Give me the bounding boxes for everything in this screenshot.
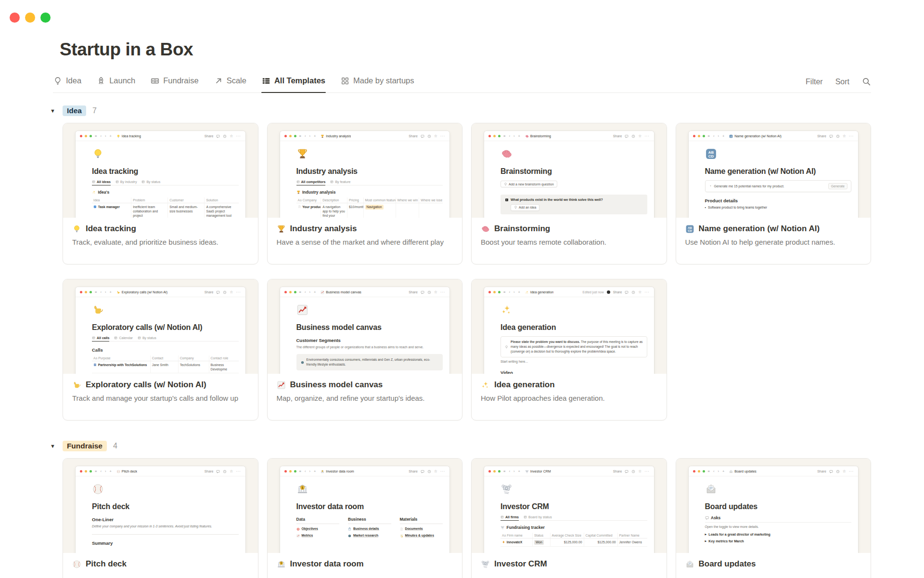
template-card-industry-analysis[interactable]: ≡‹›+Industry analysisShare☆···Industry a… <box>267 123 463 264</box>
forward-icon: › <box>309 134 310 138</box>
template-card-investor-crm[interactable]: ≡‹›+Investor CRMShare☆···Investor CRMAll… <box>471 458 667 578</box>
preview-view-tabs: All callsCalendarBy status <box>92 336 239 342</box>
trophy-icon <box>321 134 324 138</box>
board-line-icon <box>92 336 95 340</box>
template-card-business-model-canvas[interactable]: ≡‹›+Business model canvasShare☆···Busine… <box>267 279 463 420</box>
menu-icon: ≡ <box>299 290 301 294</box>
mini-toolbar: ≡‹›+ABCDName generation (w/ Notion AI)Sh… <box>689 131 859 141</box>
card-description: Track and manage your startup's calls an… <box>72 394 249 402</box>
template-card-pitch-deck[interactable]: ≡‹›+Pitch deckShare☆···Pitch deckOne-Lin… <box>63 458 258 578</box>
callme-icon <box>72 381 81 390</box>
sort-button[interactable]: Sort <box>835 78 849 86</box>
moneywings-icon <box>525 470 529 473</box>
new-tab-icon: + <box>722 134 724 138</box>
filter-button[interactable]: Filter <box>806 78 823 86</box>
mini-page-body: Industry analysisAll competitorsBy featu… <box>280 141 450 218</box>
new-tab-icon: + <box>109 469 111 473</box>
favorite-star-icon: ☆ <box>638 290 642 294</box>
new-tab-icon: + <box>109 290 111 294</box>
menu-icon: ≡ <box>708 469 710 473</box>
callme-icon <box>92 304 104 316</box>
card-footer: Idea generationHow Pilot approaches idea… <box>472 374 667 408</box>
comment-line-icon <box>625 290 629 294</box>
bulb-line-icon <box>504 183 507 186</box>
mini-page-body: Investor CRMAll firmsBoard by statusFund… <box>484 476 654 552</box>
template-card-idea-tracking[interactable]: ≡‹›+Idea trackingShare☆···Idea trackingA… <box>63 123 258 264</box>
new-tab-icon: + <box>109 134 111 138</box>
mini-window: ≡‹›+Board updatesShare☆···Board updatesA… <box>689 466 859 553</box>
envelope-icon <box>705 483 717 495</box>
card-footer: BrainstormingBoost your teams remote col… <box>472 218 667 252</box>
preview-section-title: Idea's <box>92 190 239 195</box>
section-badge[interactable]: Fundraise <box>63 441 107 451</box>
banknote-line-icon <box>151 77 159 85</box>
menu-icon: ≡ <box>299 134 301 138</box>
tab-fundraise[interactable]: Fundraise <box>150 72 199 92</box>
board-line-icon <box>500 515 504 519</box>
mini-window: ≡‹›+Industry analysisShare☆···Industry a… <box>280 131 450 218</box>
preview-view-tab: By status <box>141 180 160 185</box>
search-icon[interactable] <box>862 77 871 86</box>
template-card-idea-generation[interactable]: ≡‹›+Idea generationEdited just nowShare☆… <box>471 279 667 420</box>
preview-table: AaCompanyDescriptionPricingMost common f… <box>296 197 443 218</box>
clipboard-icon <box>348 527 351 531</box>
template-card-name-generation-w-notion-ai[interactable]: ≡‹›+ABCDName generation (w/ Notion AI)Sh… <box>676 123 872 264</box>
more-options-icon: ··· <box>236 470 241 473</box>
new-tab-icon: + <box>518 134 520 138</box>
minimize-button[interactable] <box>25 13 35 23</box>
chartup-icon <box>296 304 308 316</box>
window-controls <box>10 13 51 23</box>
template-card-brainstorming[interactable]: ≡‹›+BrainstormingShare☆···BrainstormingA… <box>471 123 667 264</box>
back-icon: ‹ <box>713 134 715 138</box>
mini-page-title: Industry analysis <box>321 134 351 138</box>
clock-icon <box>223 134 227 138</box>
back-icon: ‹ <box>305 290 306 294</box>
tab-label: Made by startups <box>353 76 414 85</box>
close-button[interactable] <box>10 13 20 23</box>
template-preview: ≡‹›+Board updatesShare☆···Board updatesA… <box>676 459 871 553</box>
section-badge[interactable]: Idea <box>63 105 86 116</box>
template-card-board-updates[interactable]: ≡‹›+Board updatesShare☆···Board updatesA… <box>676 458 872 578</box>
zoom-button[interactable] <box>40 13 51 23</box>
board-line-icon <box>92 180 95 184</box>
preview-bullet: •Software product to bring teams togethe… <box>705 206 852 209</box>
comment-line-icon <box>216 290 220 294</box>
abcd-icon: ABCD <box>729 134 733 138</box>
mini-page-body: ABCDName generation (w/ Notion AI)Genera… <box>689 141 859 214</box>
mini-window: ≡‹›+Idea trackingShare☆···Idea trackingA… <box>76 131 245 218</box>
tab-scale[interactable]: Scale <box>214 72 247 92</box>
template-preview: ≡‹›+Idea generationEdited just nowShare☆… <box>472 279 667 374</box>
board-line-icon <box>116 180 119 184</box>
forward-icon: › <box>309 290 310 294</box>
comment-line-icon <box>829 470 833 473</box>
mini-window: ≡‹›+Idea generationEdited just nowShare☆… <box>484 287 654 374</box>
new-tab-icon: + <box>518 290 520 294</box>
preview-heading: Customer Segments <box>296 338 443 343</box>
bulb-line-icon <box>514 206 517 209</box>
preview-view-tabs: All firmsBoard by status <box>500 515 647 521</box>
section-collapse-toggle[interactable]: ▼ <box>50 108 55 114</box>
card-footer: Idea trackingTrack, evaluate, and priori… <box>63 218 258 252</box>
preview-heading: One-Liner <box>92 517 239 522</box>
board-line-icon <box>141 180 145 184</box>
mini-page-title: $Investor data room <box>321 470 354 473</box>
preview-view-tab: All firms <box>500 515 519 521</box>
mini-page-title: Pitch deck <box>116 470 137 473</box>
tab-made-by-startups[interactable]: Made by startups <box>340 72 415 92</box>
tab-idea[interactable]: Idea <box>53 72 82 92</box>
preview-heading: Calls <box>92 347 239 353</box>
template-preview: ≡‹›+Investor CRMShare☆···Investor CRMAll… <box>472 459 667 553</box>
tab-all-templates[interactable]: All Templates <box>261 72 326 92</box>
section-collapse-toggle[interactable]: ▼ <box>50 443 55 449</box>
mini-page-heading: Exploratory calls (w/ Notion AI) <box>92 323 239 332</box>
tab-launch[interactable]: Launch <box>96 72 136 92</box>
forward-icon: › <box>105 290 106 294</box>
template-card-exploratory-calls-w-notion-ai[interactable]: ≡‹›+Exploratory calls (w/ Notion AI)Shar… <box>63 279 258 420</box>
baseball-icon <box>72 560 81 569</box>
preview-toggle: ▶Leads for a great director of marketing <box>705 533 852 536</box>
status-tag: Navigation <box>365 205 384 210</box>
bulb-icon <box>116 134 120 138</box>
template-card-investor-data-room[interactable]: ≡‹›+$Investor data roomShare☆···$Investo… <box>267 458 463 578</box>
preview-ai-prompt: Generate me 15 potential names for my pr… <box>705 180 852 192</box>
share-button: Share <box>205 134 214 138</box>
